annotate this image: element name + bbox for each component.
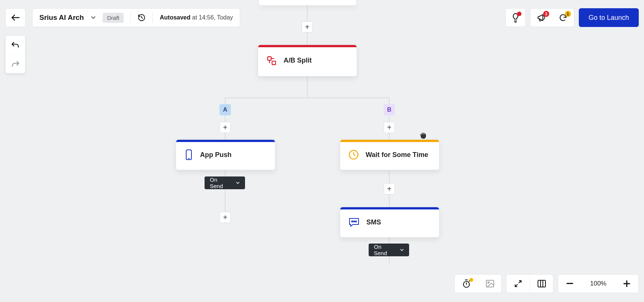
- node-accent: [340, 140, 439, 142]
- connector: [389, 97, 390, 139]
- back-button[interactable]: [5, 8, 25, 27]
- connector: [307, 76, 308, 97]
- alert-dot: [517, 12, 521, 16]
- notification-group: 3 1: [530, 8, 574, 27]
- svg-rect-1: [272, 61, 275, 64]
- caret-down-icon: [400, 249, 404, 251]
- ab-split-icon: [266, 55, 277, 66]
- trigger-dropdown-b[interactable]: On Send: [369, 244, 409, 256]
- alert-dot: [469, 278, 473, 282]
- undo-icon: [11, 41, 20, 49]
- canvas-tools: [454, 274, 502, 293]
- divider: [130, 12, 131, 23]
- svg-rect-16: [623, 283, 630, 284]
- minus-icon: [566, 283, 573, 284]
- history-button[interactable]: [137, 13, 146, 22]
- add-node-button-after-wait[interactable]: +: [384, 183, 395, 194]
- add-node-button-branch-a[interactable]: +: [220, 122, 231, 133]
- add-node-button-branch-b[interactable]: +: [384, 122, 395, 133]
- minimap-button[interactable]: [530, 275, 553, 293]
- svg-point-7: [356, 221, 357, 222]
- arrow-left-icon: [10, 14, 20, 21]
- node-label: A/B Split: [284, 57, 312, 64]
- flow-canvas[interactable]: + A/B Split A B + + App Push: [0, 0, 644, 302]
- zoom-level: 100%: [581, 280, 615, 287]
- announcements-button[interactable]: 3: [530, 9, 552, 27]
- undo-button[interactable]: [6, 36, 25, 54]
- node-app-push[interactable]: App Push: [176, 139, 275, 170]
- svg-rect-0: [268, 57, 271, 60]
- phone-icon: [184, 149, 193, 160]
- timer-button[interactable]: [455, 275, 478, 293]
- connector: [225, 97, 226, 139]
- fit-button[interactable]: [507, 275, 530, 293]
- trigger-dropdown-a[interactable]: On Send: [205, 176, 245, 189]
- clock-icon: [348, 150, 359, 160]
- plus-icon: [623, 280, 630, 287]
- node-label: Wait for Some Time: [366, 151, 428, 159]
- svg-rect-9: [486, 280, 494, 287]
- autosave-text: Autosaved at 14:56, Today: [160, 14, 233, 21]
- node-accent: [176, 140, 275, 142]
- undo-redo-group: [5, 35, 25, 73]
- image-icon: [486, 280, 495, 288]
- trigger-label: On Send: [210, 176, 231, 189]
- history-icon: [137, 13, 146, 22]
- title-group: Srius AI Arch Draft Autosaved at 14:56, …: [32, 8, 240, 27]
- status-badge: Draft: [103, 13, 124, 23]
- node-wait[interactable]: Wait for Some Time: [340, 139, 439, 170]
- node-label: SMS: [366, 218, 381, 226]
- activity-button[interactable]: 1: [552, 9, 574, 27]
- svg-rect-11: [538, 280, 545, 287]
- view-tools: [506, 274, 553, 293]
- node-accent: [340, 207, 439, 209]
- trigger-label: On Send: [374, 244, 395, 256]
- image-button[interactable]: [478, 275, 501, 293]
- zoom-in-button[interactable]: [615, 275, 638, 293]
- node-accent: [258, 45, 357, 47]
- node-ab-split[interactable]: A/B Split: [258, 45, 357, 76]
- node-sms[interactable]: SMS: [340, 207, 439, 238]
- zoom-controls: 100%: [558, 274, 639, 293]
- journey-title: Srius AI Arch: [39, 13, 84, 22]
- notif-badge: 3: [543, 11, 549, 17]
- expand-icon: [514, 280, 522, 288]
- activity-badge: 1: [565, 11, 571, 17]
- redo-icon: [11, 60, 20, 68]
- map-icon: [537, 280, 546, 288]
- svg-rect-14: [566, 283, 573, 284]
- branch-badge-b: B: [384, 104, 395, 115]
- hints-button[interactable]: [505, 8, 526, 27]
- title-dropdown[interactable]: [91, 16, 96, 19]
- svg-point-10: [488, 282, 489, 283]
- entry-node-peek[interactable]: [258, 0, 357, 6]
- divider: [152, 12, 153, 23]
- add-node-button-after-push[interactable]: +: [220, 212, 231, 223]
- go-to-launch-button[interactable]: Go to Launch: [579, 8, 639, 27]
- svg-point-6: [354, 221, 355, 222]
- sms-icon: [348, 217, 360, 227]
- caret-down-icon: [236, 182, 240, 184]
- redo-button[interactable]: [6, 54, 25, 73]
- svg-point-5: [352, 221, 353, 222]
- connector: [307, 33, 308, 45]
- grab-cursor-icon: [419, 130, 429, 140]
- branch-badge-a: A: [220, 104, 231, 115]
- caret-down-icon: [91, 16, 96, 19]
- zoom-out-button[interactable]: [558, 275, 581, 293]
- node-label: App Push: [200, 151, 232, 159]
- connector: [225, 97, 390, 98]
